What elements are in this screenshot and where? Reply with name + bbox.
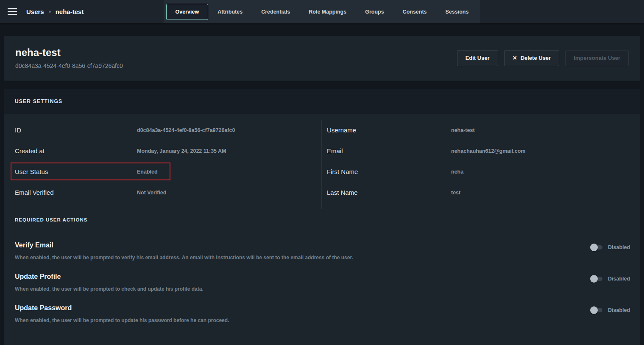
tab-strip: Overview Attributes Credentials Role Map… [164, 0, 481, 23]
settings-row-created-at: Created at Monday, January 24, 2022 11:3… [15, 140, 321, 161]
required-actions-section: REQUIRED USER ACTIONS Verify Email When … [4, 209, 640, 323]
tab-sessions[interactable]: Sessions [436, 4, 478, 20]
page-title: neha-test [15, 47, 123, 59]
user-status-value: Enabled [137, 169, 321, 175]
settings-row-id: ID d0c84a3a-4524-4ef0-8a56-cf7a9726afc0 [15, 120, 321, 140]
breadcrumb-current: neha-test [56, 8, 84, 15]
toggle-knob-icon [590, 275, 598, 283]
verify-email-control: Disabled [579, 244, 629, 250]
edit-user-button[interactable]: Edit User [457, 50, 498, 66]
breadcrumb-users[interactable]: Users [26, 8, 44, 15]
id-value: d0c84a3a-4524-4ef0-8a56-cf7a9726afc0 [137, 127, 321, 133]
settings-row-last-name: Last Name test [327, 182, 640, 203]
verify-email-state: Disabled [608, 244, 629, 250]
close-icon: ✕ [513, 55, 517, 61]
top-bar: Users neha-test Overview Attributes Cred… [0, 0, 644, 23]
tab-credentials[interactable]: Credentials [252, 4, 299, 20]
settings-row-email-verified: Email Verified Not Verified [15, 182, 321, 203]
settings-column-right: Username neha-test Email nehachauhan612@… [321, 120, 640, 209]
tab-groups[interactable]: Groups [356, 4, 393, 20]
header-actions: Edit User ✕ Delete User Impersonate User [457, 50, 629, 66]
settings-row-email: Email nehachauhan612@gmail.com [327, 140, 640, 161]
created-at-value: Monday, January 24, 2022 11:35 AM [137, 148, 321, 154]
settings-row-first-name: First Name neha [327, 161, 640, 182]
update-password-control: Disabled [579, 307, 629, 313]
action-text: Verify Email When enabled, the user will… [15, 241, 353, 261]
toggle-knob-icon [590, 306, 598, 314]
user-id-subtitle: d0c84a3a-4524-4ef0-8a56-cf7a9726afc0 [15, 62, 123, 69]
action-item-verify-email: Verify Email When enabled, the user will… [15, 229, 629, 261]
breadcrumb-separator-icon [49, 11, 51, 13]
update-profile-description: When enabled, the user will be prompted … [15, 286, 204, 292]
delete-user-label: Delete User [521, 55, 551, 61]
first-name-value: neha [451, 169, 640, 175]
settings-row-user-status: User Status Enabled [15, 161, 321, 182]
user-header-card: neha-test d0c84a3a-4524-4ef0-8a56-cf7a97… [4, 36, 640, 81]
user-identity: neha-test d0c84a3a-4524-4ef0-8a56-cf7a97… [15, 47, 123, 69]
email-label: Email [327, 147, 451, 154]
menu-icon[interactable] [8, 8, 17, 15]
update-password-title: Update Password [15, 304, 229, 312]
edit-user-label: Edit User [466, 55, 490, 61]
action-item-update-password: Update Password When enabled, the user w… [15, 292, 629, 323]
last-name-value: test [451, 190, 640, 196]
user-settings-grid: ID d0c84a3a-4524-4ef0-8a56-cf7a9726afc0 … [4, 114, 640, 209]
verify-email-toggle[interactable] [591, 245, 602, 250]
username-value: neha-test [451, 127, 640, 133]
update-profile-title: Update Profile [15, 273, 204, 280]
tab-role-mappings[interactable]: Role Mappings [299, 4, 356, 20]
update-password-description: When enabled, the user will be prompted … [15, 317, 229, 323]
id-label: ID [15, 126, 137, 134]
impersonate-user-label: Impersonate User [574, 55, 620, 61]
email-verified-label: Email Verified [15, 189, 137, 196]
breadcrumb: Users neha-test [26, 8, 84, 15]
last-name-label: Last Name [327, 189, 451, 196]
created-at-label: Created at [15, 147, 137, 154]
first-name-label: First Name [327, 168, 451, 175]
update-profile-state: Disabled [608, 276, 629, 282]
update-password-toggle[interactable] [591, 308, 602, 312]
tab-attributes[interactable]: Attributes [208, 4, 252, 20]
toggle-knob-icon [590, 244, 598, 251]
action-text: Update Profile When enabled, the user wi… [15, 273, 204, 292]
verify-email-title: Verify Email [15, 241, 353, 249]
username-label: Username [327, 126, 451, 134]
user-settings-card: USER SETTINGS ID d0c84a3a-4524-4ef0-8a56… [4, 89, 640, 345]
email-value: nehachauhan612@gmail.com [451, 148, 640, 154]
action-text: Update Password When enabled, the user w… [15, 304, 229, 323]
verify-email-description: When enabled, the user will be prompted … [15, 255, 353, 261]
tab-consents[interactable]: Consents [393, 4, 436, 20]
required-actions-heading: REQUIRED USER ACTIONS [15, 217, 629, 222]
user-settings-header: USER SETTINGS [4, 89, 640, 114]
email-verified-value: Not Verified [137, 190, 321, 196]
settings-row-username: Username neha-test [327, 120, 640, 140]
update-profile-control: Disabled [579, 276, 629, 282]
user-status-label: User Status [15, 168, 137, 175]
update-profile-toggle[interactable] [591, 277, 602, 281]
impersonate-user-button: Impersonate User [565, 50, 629, 66]
update-password-state: Disabled [608, 307, 629, 313]
tab-overview[interactable]: Overview [166, 4, 209, 20]
delete-user-button[interactable]: ✕ Delete User [504, 50, 559, 66]
action-item-update-profile: Update Profile When enabled, the user wi… [15, 261, 629, 292]
settings-column-left: ID d0c84a3a-4524-4ef0-8a56-cf7a9726afc0 … [4, 120, 321, 209]
